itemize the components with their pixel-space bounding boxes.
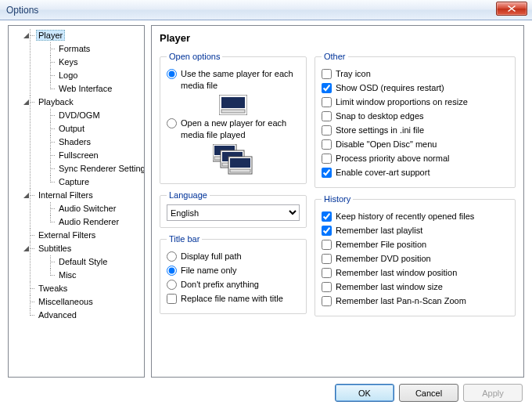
check-remember-winsize[interactable]	[322, 282, 332, 292]
tree-audio-switcher[interactable]: Audio Switcher	[45, 202, 142, 215]
group-language: Language English	[160, 190, 307, 228]
tree-misc[interactable]: Misc	[45, 269, 142, 282]
radio-filename-only[interactable]	[167, 266, 177, 276]
check-remember-playlist[interactable]	[322, 226, 332, 236]
tree-tweaks[interactable]: Tweaks	[25, 282, 142, 295]
svg-rect-2	[221, 110, 245, 113]
check-remember-filepos[interactable]	[322, 240, 332, 250]
language-select[interactable]: English	[167, 204, 300, 221]
tree-playback[interactable]: Playback DVD/OGM Output Shaders Fullscre…	[25, 96, 142, 189]
titlebar: Options	[0, 0, 532, 20]
check-tray-icon[interactable]	[322, 69, 332, 79]
check-priority[interactable]	[322, 154, 332, 164]
history-legend: History	[322, 194, 353, 204]
panel-heading: Player	[160, 32, 516, 44]
tree-audio-renderer[interactable]: Audio Renderer	[45, 215, 142, 229]
lang-legend: Language	[167, 190, 210, 200]
group-history: History Keep history of recently opened …	[315, 194, 516, 316]
tree-default-style[interactable]: Default Style	[45, 255, 142, 269]
radio-full-path[interactable]	[167, 251, 177, 262]
expand-icon[interactable]	[23, 32, 30, 39]
window-title: Options	[6, 5, 532, 16]
check-remember-winpos[interactable]	[322, 268, 332, 278]
tree-capture[interactable]: Capture	[45, 175, 142, 189]
open-legend: Open options	[167, 52, 222, 61]
tree-subtitles[interactable]: Subtitles Default Style Misc	[25, 242, 142, 282]
group-other: Other Tray icon Show OSD (requires resta…	[315, 52, 516, 188]
tree-fullscreen[interactable]: Fullscreen	[45, 149, 142, 162]
check-snap-edges[interactable]	[322, 111, 332, 121]
tree-advanced[interactable]: Advanced	[25, 309, 142, 322]
tree-formats[interactable]: Formats	[45, 42, 142, 56]
single-player-icon	[219, 95, 247, 115]
dialog-buttons: OK Cancel Apply	[0, 378, 532, 408]
tree-output[interactable]: Output	[45, 122, 142, 136]
apply-button[interactable]: Apply	[463, 384, 523, 402]
tree-logo[interactable]: Logo	[45, 69, 142, 82]
radio-no-prefix[interactable]	[167, 280, 177, 290]
tree-external-filters[interactable]: External Filters	[25, 229, 142, 242]
tree-dvd[interactable]: DVD/OGM	[45, 109, 142, 122]
titlebar-legend: Title bar	[167, 234, 202, 244]
tree-shaders[interactable]: Shaders	[45, 136, 142, 149]
check-ini[interactable]	[322, 125, 332, 136]
tree-sync[interactable]: Sync Renderer Settings	[45, 162, 142, 175]
expand-icon[interactable]	[23, 245, 30, 252]
group-titlebar: Title bar Display full path File name on…	[160, 234, 307, 314]
tree-keys[interactable]: Keys	[45, 56, 142, 69]
check-replace-title[interactable]	[167, 294, 177, 304]
check-disable-opendisc[interactable]	[322, 139, 332, 150]
check-remember-dvdpos[interactable]	[322, 254, 332, 264]
radio-same-player[interactable]	[167, 69, 177, 79]
multi-player-icon	[213, 144, 253, 175]
settings-panel: Player Open options Use the same player …	[151, 25, 524, 378]
tree-internal-filters[interactable]: Internal Filters Audio Switcher Audio Re…	[25, 189, 142, 229]
radio-new-player[interactable]	[167, 118, 177, 128]
svg-rect-11	[230, 169, 250, 172]
check-keep-history[interactable]	[322, 211, 332, 222]
nav-tree[interactable]: Player Formats Keys Logo Web Interface P…	[8, 25, 145, 378]
check-show-osd[interactable]	[322, 83, 332, 93]
content-area: Player Formats Keys Logo Web Interface P…	[0, 20, 532, 378]
check-remember-panzoom[interactable]	[322, 296, 332, 306]
ok-button[interactable]: OK	[335, 384, 394, 402]
other-legend: Other	[322, 52, 348, 61]
expand-icon[interactable]	[23, 99, 30, 106]
group-open-options: Open options Use the same player for eac…	[160, 52, 307, 184]
check-limit-window[interactable]	[322, 97, 332, 107]
svg-rect-1	[221, 97, 245, 108]
cancel-button[interactable]: Cancel	[399, 384, 458, 402]
expand-icon[interactable]	[23, 192, 30, 199]
svg-rect-10	[230, 158, 250, 168]
tree-miscellaneous[interactable]: Miscellaneous	[25, 295, 142, 309]
check-coverart[interactable]	[322, 168, 332, 178]
close-icon	[508, 5, 516, 12]
tree-player[interactable]: Player Formats Keys Logo Web Interface	[25, 29, 142, 96]
close-button[interactable]	[496, 2, 527, 16]
tree-web[interactable]: Web Interface	[45, 82, 142, 96]
